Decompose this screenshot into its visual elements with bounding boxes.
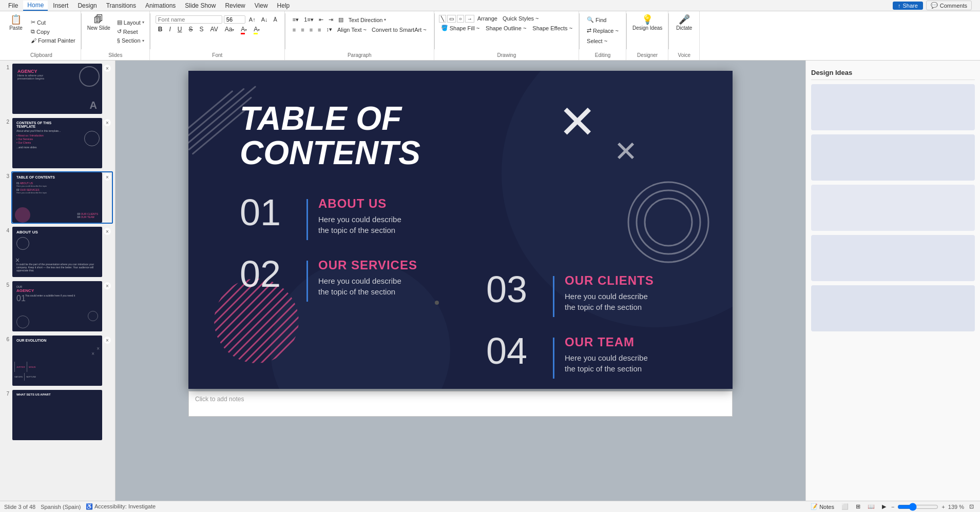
- font-size-input[interactable]: [224, 15, 245, 24]
- section-button[interactable]: § Section ▾: [115, 36, 146, 45]
- shape-effects-button[interactable]: Shape Effects ~: [530, 24, 574, 32]
- thumb2-delete[interactable]: ×: [104, 119, 111, 126]
- change-case-button[interactable]: Aa▾: [222, 25, 237, 34]
- bold-button[interactable]: B: [156, 25, 165, 34]
- slide-thumb-6[interactable]: 6 OUR EVOLUTION JUPITER VENUS SATURN: [2, 334, 113, 387]
- menu-review[interactable]: Review: [221, 1, 249, 10]
- thumb6-delete[interactable]: ×: [104, 337, 111, 344]
- font-name-input[interactable]: [156, 15, 222, 24]
- numbering-button[interactable]: 1≡▾: [302, 15, 316, 24]
- align-right-button[interactable]: ≡: [308, 26, 315, 34]
- decrease-font-button[interactable]: A↓: [259, 15, 270, 24]
- new-slide-button[interactable]: 🗐 New Slide: [85, 13, 113, 49]
- design-idea-4[interactable]: [811, 235, 975, 281]
- underline-button[interactable]: U: [175, 25, 185, 34]
- notes-area[interactable]: Click to add notes: [188, 391, 733, 417]
- slide-thumb-3[interactable]: 3 TABLE OF CONTENTS 01 ABOUT US Here you…: [2, 171, 113, 224]
- copy-button[interactable]: ⧉ Copy: [29, 27, 78, 36]
- increase-indent-button[interactable]: ⇥: [326, 15, 335, 24]
- slide-thumb-5[interactable]: 5 OUR AGENCY 01 You could enter a subtit…: [2, 280, 113, 332]
- paste-button[interactable]: 📋 Paste: [5, 13, 27, 49]
- slide-thumb-2[interactable]: 2 CONTENTS OF THIS TEMPLATE About what y…: [2, 117, 113, 169]
- shadow-button[interactable]: S: [197, 25, 206, 34]
- shape-oval-icon[interactable]: ○: [457, 15, 464, 23]
- menu-animations[interactable]: Animations: [141, 1, 180, 10]
- menu-slideshow[interactable]: Slide Show: [181, 1, 220, 10]
- normal-view-button[interactable]: ⬜: [839, 502, 851, 511]
- menu-insert[interactable]: Insert: [49, 1, 72, 10]
- italic-button[interactable]: I: [166, 25, 173, 34]
- slide-thumb-4[interactable]: 4 ABOUT US It could be the part of the p…: [2, 226, 113, 278]
- line-spacing-button[interactable]: ↕▾: [324, 25, 335, 34]
- font-color-button[interactable]: A▾: [238, 25, 249, 34]
- columns-button[interactable]: ▤: [336, 15, 345, 24]
- menu-file[interactable]: File: [4, 1, 22, 10]
- shape-outline-button[interactable]: Shape Outline ~: [484, 24, 528, 32]
- quick-styles-button[interactable]: Quick Styles ~: [501, 14, 541, 23]
- slide-title[interactable]: TABLE OF CONTENTS: [240, 102, 420, 170]
- align-center-button[interactable]: ≡: [299, 26, 306, 34]
- zoom-out-button[interactable]: −: [891, 504, 894, 510]
- decrease-indent-button[interactable]: ⇤: [317, 15, 325, 24]
- increase-font-button[interactable]: A↑: [247, 15, 258, 24]
- toc-heading-1: ABOUT US: [318, 196, 401, 211]
- justify-button[interactable]: ≡: [316, 26, 323, 34]
- menu-view[interactable]: View: [251, 1, 272, 10]
- design-idea-3[interactable]: [811, 185, 975, 231]
- design-ideas-panel-title: Design Ideas: [811, 66, 975, 80]
- fit-slide-button[interactable]: ⊡: [967, 502, 976, 511]
- shape-fill-button[interactable]: 🪣 Shape Fill ~: [439, 24, 482, 32]
- reset-button[interactable]: ↺ Reset: [115, 27, 146, 36]
- strikethrough-button[interactable]: S: [186, 25, 196, 34]
- reading-view-button[interactable]: 📖: [866, 502, 877, 511]
- arrange-button[interactable]: Arrange: [475, 14, 499, 23]
- comments-button[interactable]: 💬 Comments: [926, 1, 972, 10]
- layout-button[interactable]: ▤ Layout ▾: [115, 18, 146, 27]
- align-left-button[interactable]: ≡: [291, 26, 298, 34]
- slide-panel[interactable]: 1 AGENCY Here is where your presentation…: [0, 61, 116, 501]
- toc-divider-2: [306, 261, 308, 302]
- cut-button[interactable]: ✂ Cut: [29, 18, 78, 27]
- present-button[interactable]: ▶: [880, 502, 888, 511]
- bullets-button[interactable]: ≡▾: [291, 15, 301, 24]
- slide-thumb-7[interactable]: 7 WHAT SETS US APART: [2, 389, 113, 441]
- thumb4-delete[interactable]: ×: [104, 228, 111, 235]
- thumb3-delete[interactable]: ×: [104, 173, 111, 181]
- shape-rect-icon[interactable]: ▭: [447, 15, 456, 23]
- toc-desc-4: Here you could describethe topic of the …: [565, 352, 648, 374]
- menu-help[interactable]: Help: [273, 1, 294, 10]
- dictate-button[interactable]: 🎤 Dictate: [674, 13, 695, 32]
- slide-canvas[interactable]: ✕ ✕ TABL: [188, 71, 733, 389]
- highlight-button[interactable]: A▾: [251, 25, 262, 34]
- thumb2-label: CONTENTS OF THIS: [16, 121, 51, 125]
- share-button[interactable]: ↑ Share: [893, 2, 923, 10]
- toc-item-3: 03 OUR CLIENTS Here you could describeth…: [486, 271, 707, 317]
- zoom-slider[interactable]: [897, 503, 938, 511]
- notes-toggle-button[interactable]: 📝 Notes: [809, 502, 836, 511]
- format-painter-button[interactable]: 🖌 Format Painter: [29, 36, 78, 45]
- design-idea-2[interactable]: [811, 134, 975, 181]
- copy-icon: ⧉: [31, 28, 35, 35]
- menu-home[interactable]: Home: [23, 1, 48, 11]
- toc-item-4: 04 OUR TEAM Here you could describethe t…: [486, 332, 707, 379]
- replace-button[interactable]: ⇄ Replace ~: [585, 26, 621, 35]
- menu-design[interactable]: Design: [73, 1, 101, 10]
- design-ideas-button[interactable]: 💡 Design Ideas: [630, 13, 665, 32]
- design-idea-1[interactable]: [811, 84, 975, 130]
- char-spacing-button[interactable]: AV: [208, 25, 221, 34]
- select-button[interactable]: Select ~: [585, 37, 621, 45]
- slide-sorter-button[interactable]: ⊞: [854, 502, 862, 511]
- shape-arrow-icon[interactable]: →: [465, 15, 474, 23]
- thumb1-delete[interactable]: ×: [104, 65, 111, 72]
- text-direction-button[interactable]: Text Direction ▾: [347, 16, 389, 24]
- convert-smartart-button[interactable]: Convert to SmartArt ~: [370, 26, 429, 34]
- zoom-in-button[interactable]: +: [941, 504, 945, 510]
- design-idea-5[interactable]: [811, 285, 975, 331]
- align-text-button[interactable]: Align Text ~: [335, 26, 369, 34]
- thumb5-delete[interactable]: ×: [104, 282, 111, 289]
- menu-transitions[interactable]: Transitions: [102, 1, 140, 10]
- clear-formatting-button[interactable]: Ā: [272, 15, 279, 24]
- shape-line-icon[interactable]: ╲: [439, 15, 446, 23]
- slide-thumb-1[interactable]: 1 AGENCY Here is where your presentation…: [2, 63, 113, 115]
- find-button[interactable]: 🔍 Find: [585, 15, 621, 24]
